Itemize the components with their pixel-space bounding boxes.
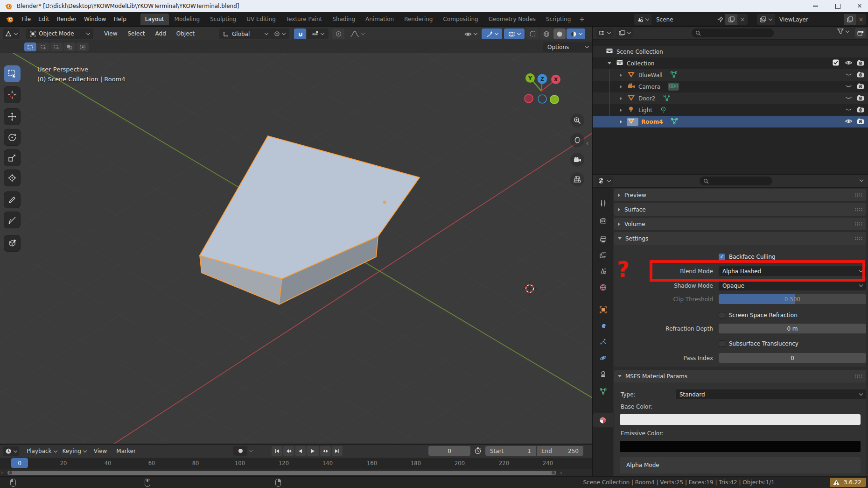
visibility-dropdown[interactable] (461, 28, 480, 39)
prev-keyframe-button[interactable] (283, 446, 294, 456)
tab-scripting[interactable]: Scripting (541, 14, 575, 25)
select-new-button[interactable] (24, 42, 36, 51)
refraction-depth-field[interactable]: 0 m (719, 324, 866, 333)
alpha-mode-subpanel[interactable]: Alpha Mode (620, 457, 861, 474)
xray-toggle[interactable] (526, 28, 539, 39)
outliner-row-bluewall[interactable]: BlueWall (593, 69, 868, 81)
3d-viewport[interactable]: Object Mode View Select Add Object Globa… (0, 27, 592, 444)
tab-animation[interactable]: Animation (361, 14, 399, 25)
pin-icon[interactable] (716, 14, 725, 25)
play-reverse-button[interactable] (295, 446, 306, 456)
expand-arrow-icon[interactable] (620, 108, 622, 112)
render-camera-icon[interactable] (857, 71, 864, 78)
scene-browse-button[interactable] (634, 14, 651, 25)
outliner-display-mode-button[interactable] (616, 28, 633, 38)
shading-solid-button[interactable] (553, 28, 566, 39)
tool-add-cube[interactable] (4, 235, 21, 252)
select-invert-button[interactable] (63, 42, 76, 51)
editor-type-button[interactable] (3, 28, 20, 39)
next-keyframe-button[interactable] (320, 446, 331, 456)
tab-modifiers[interactable] (593, 319, 613, 333)
menu-render[interactable]: Render (53, 14, 80, 24)
collapse-sidebar-arrow[interactable]: ‹ (586, 140, 588, 147)
menu-help[interactable]: Help (110, 14, 130, 24)
exclude-checkbox-checked[interactable] (833, 59, 839, 66)
panel-drag-handle[interactable] (854, 207, 862, 212)
outliner-row-collection[interactable]: Collection (593, 57, 868, 69)
tool-annotate[interactable] (4, 191, 21, 208)
tool-cursor[interactable] (4, 86, 21, 103)
tool-transform[interactable] (4, 170, 21, 186)
tab-physics[interactable] (593, 351, 613, 365)
blender-menu-icon[interactable] (6, 15, 14, 23)
eye-open-icon[interactable] (845, 118, 853, 124)
timeline-editor-type-button[interactable] (3, 446, 19, 456)
proportional-editing-button[interactable] (332, 28, 344, 39)
tool-scale[interactable] (4, 149, 21, 166)
pass-index-field[interactable]: 0 (719, 353, 866, 363)
stopwatch-icon[interactable] (474, 447, 482, 454)
perspective-toggle-button[interactable] (570, 172, 584, 186)
new-collection-button[interactable] (855, 28, 866, 38)
tab-shading[interactable]: Shading (328, 14, 360, 25)
new-viewlayer-button[interactable] (844, 14, 856, 25)
subsurface-translucency-checkbox[interactable] (719, 340, 725, 347)
viewport-menu-select[interactable]: Select (122, 30, 150, 37)
panel-surface[interactable]: Surface (614, 203, 866, 216)
viewport-menu-add[interactable]: Add (150, 30, 171, 37)
viewlayer-browse-button[interactable] (757, 14, 775, 25)
scene-name-field[interactable]: Scene (651, 14, 716, 25)
outliner-editor-type-button[interactable] (596, 28, 613, 38)
options-dropdown[interactable]: Options (543, 42, 592, 52)
menu-edit[interactable]: Edit (35, 14, 53, 24)
eye-open-icon[interactable] (845, 60, 853, 66)
panel-drag-handle[interactable] (854, 193, 862, 197)
end-frame-field[interactable]: End 250 (537, 446, 583, 456)
remove-viewlayer-button[interactable]: × (856, 14, 866, 25)
properties-search-input[interactable] (700, 177, 772, 185)
tab-rendering[interactable]: Rendering (399, 14, 437, 25)
tab-particles[interactable] (593, 334, 613, 348)
select-intersect-button[interactable] (77, 42, 89, 51)
panel-drag-handle[interactable] (854, 236, 862, 240)
version-badge[interactable]: 3.6.22 (830, 478, 866, 487)
select-subtract-button[interactable] (50, 42, 63, 51)
tab-compositing[interactable]: Compositing (438, 14, 483, 25)
eye-closed-icon[interactable] (845, 83, 853, 89)
timeline-menu-marker[interactable]: Marker (112, 448, 140, 454)
viewport-menu-object[interactable]: Object (171, 30, 200, 37)
tab-constraints[interactable] (593, 367, 613, 381)
timeline-menu-playback[interactable]: Playback (24, 448, 60, 454)
auto-keyframe-button[interactable] (233, 446, 247, 456)
tab-geometry-nodes[interactable]: Geometry Nodes (484, 14, 540, 25)
timeline-expand-arrow[interactable]: › (1, 469, 3, 475)
render-camera-icon[interactable] (857, 83, 864, 89)
clip-threshold-slider[interactable]: 0.500 (719, 294, 866, 304)
tab-output[interactable] (593, 233, 613, 247)
unlink-scene-button[interactable]: × (737, 14, 748, 25)
select-extend-button[interactable] (37, 42, 49, 51)
tab-world[interactable] (593, 280, 613, 294)
proportional-falloff-dropdown[interactable] (345, 28, 369, 39)
viewport-menu-view[interactable]: View (99, 30, 122, 37)
screen-space-refraction-checkbox[interactable] (719, 312, 725, 318)
jump-to-start-button[interactable] (272, 446, 282, 456)
eye-closed-icon[interactable] (845, 95, 853, 101)
menu-window[interactable]: Window (80, 14, 110, 24)
expand-arrow-icon[interactable] (620, 120, 622, 124)
backface-culling-checkbox[interactable]: ✓ (719, 254, 725, 260)
expand-arrow-icon[interactable] (620, 85, 622, 89)
timeline-menu-keying[interactable]: Keying (60, 448, 89, 454)
navigation-gizmo[interactable]: Y Z X (513, 69, 574, 111)
outliner-search-input[interactable] (692, 28, 774, 37)
shading-material-preview-button[interactable] (567, 28, 585, 39)
overlays-toggle[interactable] (504, 28, 525, 39)
tab-uv-editing[interactable]: UV Editing (242, 14, 280, 25)
expand-arrow-icon[interactable] (620, 73, 622, 77)
zoom-button[interactable] (570, 113, 584, 127)
tool-box-select[interactable] (4, 65, 21, 82)
render-camera-icon[interactable] (857, 118, 864, 124)
render-camera-icon[interactable] (857, 106, 864, 113)
panel-preview[interactable]: Preview (614, 189, 866, 201)
panel-volume[interactable]: Volume (614, 218, 866, 230)
